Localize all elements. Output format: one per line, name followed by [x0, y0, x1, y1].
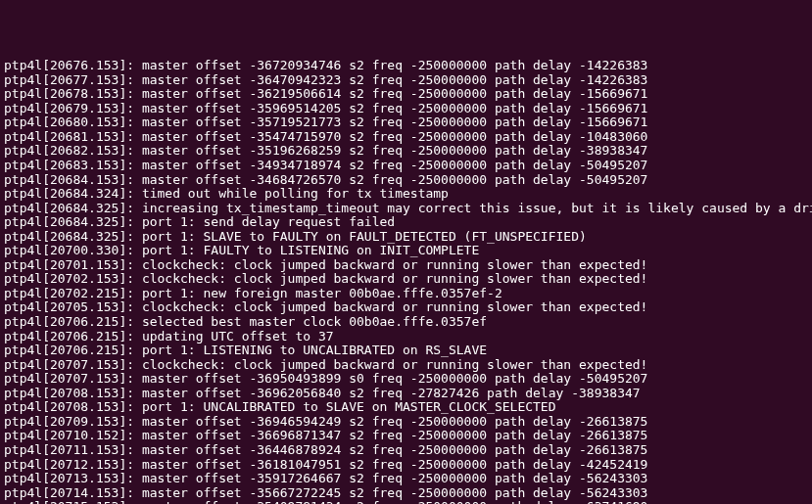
- log-line: ptp4l[20702.215]: port 1: new foreign ma…: [4, 287, 808, 301]
- log-line: ptp4l[20677.153]: master offset -3647094…: [4, 73, 808, 88]
- log-line: ptp4l[20705.153]: clockcheck: clock jump…: [4, 300, 808, 315]
- log-line: ptp4l[20707.153]: master offset -3695049…: [4, 372, 808, 387]
- terminal-output: ptp4l[20676.153]: master offset -3672093…: [4, 59, 808, 504]
- log-line: ptp4l[20713.153]: master offset -3591726…: [4, 472, 808, 486]
- log-line: ptp4l[20707.153]: clockcheck: clock jump…: [4, 358, 808, 373]
- log-line: ptp4l[20706.215]: updating UTC offset to…: [4, 330, 808, 344]
- log-line: ptp4l[20683.153]: master offset -3493471…: [4, 159, 808, 173]
- log-line: ptp4l[20709.153]: master offset -3694659…: [4, 415, 808, 430]
- log-line: ptp4l[20681.153]: master offset -3547471…: [4, 130, 808, 145]
- log-line: ptp4l[20712.153]: master offset -3618104…: [4, 458, 808, 473]
- log-line: ptp4l[20715.153]: master offset -3540978…: [4, 500, 808, 504]
- log-line: ptp4l[20684.324]: timed out while pollin…: [4, 187, 808, 202]
- log-line: ptp4l[20684.325]: port 1: SLAVE to FAULT…: [4, 230, 808, 245]
- log-line: ptp4l[20710.152]: master offset -3669687…: [4, 429, 808, 443]
- log-line: ptp4l[20701.153]: clockcheck: clock jump…: [4, 258, 808, 273]
- log-line: ptp4l[20708.153]: port 1: UNCALIBRATED t…: [4, 400, 808, 415]
- log-line: ptp4l[20714.153]: master offset -3566727…: [4, 486, 808, 501]
- log-line: ptp4l[20676.153]: master offset -3672093…: [4, 59, 808, 73]
- log-line: ptp4l[20678.153]: master offset -3621950…: [4, 87, 808, 102]
- log-line: ptp4l[20702.153]: clockcheck: clock jump…: [4, 272, 808, 287]
- log-line: ptp4l[20684.325]: increasing tx_timestam…: [4, 202, 808, 216]
- log-line: ptp4l[20706.215]: selected best master c…: [4, 315, 808, 330]
- log-line: ptp4l[20684.325]: port 1: send delay req…: [4, 215, 808, 230]
- log-line: ptp4l[20711.153]: master offset -3644687…: [4, 443, 808, 458]
- log-line: ptp4l[20680.153]: master offset -3571952…: [4, 115, 808, 130]
- log-line: ptp4l[20679.153]: master offset -3596951…: [4, 102, 808, 116]
- log-line: ptp4l[20700.330]: port 1: FAULTY to LIST…: [4, 244, 808, 258]
- log-line: ptp4l[20682.153]: master offset -3519626…: [4, 144, 808, 159]
- log-line: ptp4l[20706.215]: port 1: LISTENING to U…: [4, 344, 808, 358]
- log-line: ptp4l[20708.153]: master offset -3696205…: [4, 387, 808, 401]
- log-line: ptp4l[20684.153]: master offset -3468472…: [4, 173, 808, 188]
